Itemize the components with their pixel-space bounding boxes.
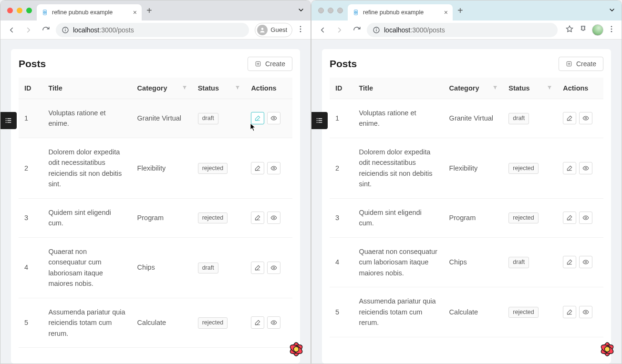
browser-tab[interactable]: refine pubnub example × — [348, 4, 453, 20]
site-info-icon[interactable] — [62, 26, 69, 34]
cell-title: Quaerat non consequatur cum laboriosam i… — [42, 237, 131, 298]
profile-chip[interactable]: Guest — [255, 23, 292, 37]
create-button[interactable]: Create — [248, 57, 292, 71]
view-button[interactable] — [579, 306, 592, 318]
cell-category: Program — [444, 198, 503, 237]
col-category[interactable]: Category — [444, 78, 503, 99]
new-tab-button[interactable]: + — [453, 5, 468, 16]
nav-forward-button[interactable] — [21, 23, 36, 37]
view-button[interactable] — [267, 316, 280, 329]
nav-back-button[interactable] — [315, 23, 330, 37]
edit-button[interactable] — [563, 112, 576, 124]
minimize-window-button[interactable] — [17, 8, 22, 13]
view-button[interactable] — [267, 112, 280, 124]
edit-icon — [566, 309, 573, 315]
page-title: Posts — [330, 58, 357, 70]
col-title[interactable]: Title — [42, 78, 131, 99]
filter-icon[interactable] — [182, 84, 187, 92]
view-button[interactable] — [579, 112, 592, 124]
view-button[interactable] — [579, 162, 592, 174]
new-tab-button[interactable]: + — [142, 5, 157, 16]
col-id[interactable]: ID — [19, 78, 42, 99]
close-tab-icon[interactable]: × — [133, 9, 137, 16]
status-badge: rejected — [198, 212, 228, 223]
maximize-window-button[interactable] — [337, 8, 343, 13]
eye-icon — [270, 165, 277, 172]
create-button-label: Create — [576, 60, 596, 68]
edit-button[interactable] — [563, 162, 576, 174]
col-title[interactable]: Title — [353, 78, 443, 99]
cell-title: Quidem sint eligendi cum. — [42, 198, 131, 237]
col-status[interactable]: Status — [192, 78, 246, 99]
status-badge: draft — [198, 113, 218, 124]
filter-icon[interactable] — [492, 84, 498, 92]
eye-icon — [270, 214, 277, 221]
close-window-button[interactable] — [318, 8, 324, 13]
cell-id: 5 — [330, 287, 353, 337]
browser-window-left: refine pubnub example × + localhost:3000… — [0, 0, 311, 364]
cell-id: 1 — [19, 99, 42, 138]
edit-button[interactable] — [251, 212, 264, 224]
nav-forward-button[interactable] — [332, 23, 347, 37]
browser-tab[interactable]: refine pubnub example × — [37, 4, 142, 20]
edit-button[interactable] — [251, 262, 264, 274]
view-button[interactable] — [267, 162, 280, 174]
sidebar-toggle-button[interactable] — [0, 112, 17, 129]
window-controls — [318, 8, 343, 13]
cell-actions — [557, 287, 603, 337]
cell-actions — [557, 138, 603, 198]
tab-strip-menu-icon[interactable] — [608, 6, 616, 16]
url-input[interactable]: localhost:3000/posts — [56, 23, 249, 37]
status-badge: draft — [198, 263, 218, 273]
view-button[interactable] — [579, 256, 592, 268]
filter-icon[interactable] — [235, 84, 240, 92]
profile-avatar[interactable] — [592, 24, 603, 36]
window-controls-mac — [7, 8, 32, 13]
close-tab-icon[interactable]: × — [444, 9, 448, 16]
plus-icon — [255, 61, 261, 67]
edit-button[interactable] — [251, 316, 264, 329]
status-badge: rejected — [508, 163, 538, 174]
maximize-window-button[interactable] — [26, 8, 32, 13]
close-window-button[interactable] — [7, 8, 13, 13]
cell-category: Flexibility — [444, 138, 503, 198]
cell-title: Quaerat non consequatur cum laboriosam i… — [353, 237, 443, 287]
edit-button[interactable] — [563, 306, 576, 318]
view-button[interactable] — [579, 212, 592, 224]
browser-menu-icon[interactable] — [605, 23, 618, 37]
tab-strip-menu-icon[interactable] — [297, 6, 305, 16]
bookmark-star-icon[interactable] — [563, 23, 576, 37]
edit-button[interactable] — [251, 162, 264, 174]
cell-id: 2 — [330, 138, 353, 198]
sidebar-toggle-button[interactable] — [311, 112, 328, 129]
col-category[interactable]: Category — [132, 78, 192, 99]
filter-icon[interactable] — [547, 84, 552, 92]
create-button[interactable]: Create — [559, 57, 603, 71]
tab-strip: refine pubnub example × + — [311, 0, 622, 20]
edit-button[interactable] — [563, 212, 576, 224]
site-info-icon[interactable] — [373, 26, 380, 34]
cell-actions — [557, 198, 603, 237]
posts-table: ID Title Category Status Actions 1Volu — [330, 78, 603, 337]
browser-menu-icon[interactable] — [294, 23, 307, 37]
col-id[interactable]: ID — [330, 78, 353, 99]
cell-title: Dolorem dolor expedita odit necessitatib… — [353, 138, 443, 198]
url-input[interactable]: localhost:3000/posts — [367, 23, 558, 37]
cell-category: Granite Virtual — [132, 99, 192, 138]
view-button[interactable] — [267, 212, 280, 224]
cell-actions — [557, 237, 603, 287]
extensions-icon[interactable] — [578, 23, 590, 37]
status-badge: draft — [508, 113, 529, 124]
edit-button[interactable] — [251, 112, 264, 124]
nav-back-button[interactable] — [4, 23, 19, 37]
minimize-window-button[interactable] — [328, 8, 333, 13]
col-status[interactable]: Status — [503, 78, 557, 99]
react-query-devtools-button[interactable] — [598, 340, 617, 359]
avatar-icon — [257, 25, 268, 35]
cell-id: 4 — [330, 237, 353, 287]
react-query-devtools-button[interactable] — [287, 340, 306, 359]
table-header-row: ID Title Category Status Actions — [19, 78, 292, 99]
edit-button[interactable] — [563, 256, 576, 268]
cell-status: rejected — [192, 298, 246, 347]
view-button[interactable] — [267, 262, 280, 274]
